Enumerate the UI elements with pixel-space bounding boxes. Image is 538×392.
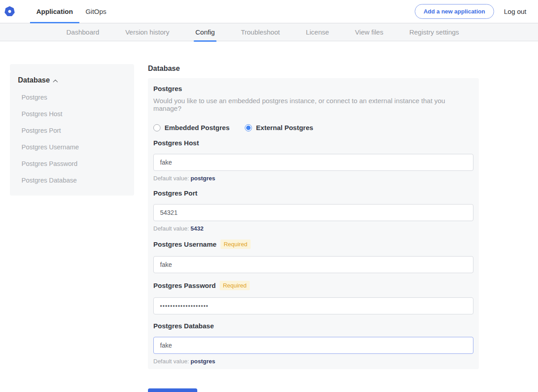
postgres-port-field: Postgres PortDefault value: 5432 <box>153 189 473 232</box>
postgres-group-label: Postgres <box>153 85 473 92</box>
postgres-port-help: Default value: 5432 <box>153 225 473 232</box>
default-value-label: Default value: <box>153 175 191 182</box>
postgres-username-label-row: Postgres UsernameRequired <box>153 240 473 249</box>
required-badge: Required <box>220 281 250 290</box>
postgres-username-input[interactable] <box>153 256 473 273</box>
sidebar-item-list: PostgresPostgres HostPostgres PortPostgr… <box>18 94 126 184</box>
app-sub-nav: DashboardVersion historyConfigTroublesho… <box>0 23 538 41</box>
sidebar-item-postgres-username[interactable]: Postgres Username <box>18 144 126 151</box>
default-value: postgres <box>191 358 215 365</box>
top-nav-right: Add a new application Log out <box>415 0 538 23</box>
tab-config[interactable]: Config <box>195 23 215 41</box>
postgres-port-label: Postgres Port <box>153 189 197 197</box>
postgres-password-label: Postgres Password <box>153 282 216 289</box>
sidebar-item-postgres-port[interactable]: Postgres Port <box>18 127 126 134</box>
top-nav-tabs: ApplicationGitOps <box>30 0 113 23</box>
tab-dashboard[interactable]: Dashboard <box>66 23 99 41</box>
tab-registry-settings[interactable]: Registry settings <box>409 23 459 41</box>
top-tab-application[interactable]: Application <box>30 0 79 23</box>
postgres-password-label-row: Postgres PasswordRequired <box>153 281 473 290</box>
postgres-database-label: Postgres Database <box>153 322 214 330</box>
radio-selected-icon[interactable] <box>245 124 252 131</box>
postgres-database-input[interactable] <box>153 337 473 354</box>
postgres-host-help: Default value: postgres <box>153 175 473 182</box>
postgres-database-field: Postgres DatabaseDefault value: postgres <box>153 322 473 365</box>
postgres-password-input[interactable] <box>153 297 473 314</box>
required-badge: Required <box>221 240 251 249</box>
top-tab-gitops[interactable]: GitOps <box>79 0 113 23</box>
default-value-label: Default value: <box>153 358 191 365</box>
config-content: Database Postgres Would you like to use … <box>148 64 479 392</box>
config-sidebar: Database PostgresPostgres HostPostgres P… <box>10 64 134 196</box>
main-area: Database PostgresPostgres HostPostgres P… <box>0 41 538 392</box>
sidebar-item-postgres[interactable]: Postgres <box>18 94 126 101</box>
postgres-host-label: Postgres Host <box>153 139 199 147</box>
radio-external-postgres[interactable]: External Postgres <box>245 124 313 131</box>
tab-version-history[interactable]: Version history <box>125 23 169 41</box>
postgres-username-label: Postgres Username <box>153 240 217 248</box>
sidebar-group-label: Database <box>18 76 50 84</box>
sidebar-item-postgres-password[interactable]: Postgres Password <box>18 160 126 167</box>
save-config-button[interactable]: Save config <box>148 388 197 392</box>
config-fields: Postgres HostDefault value: postgresPost… <box>153 139 473 365</box>
postgres-host-label-row: Postgres Host <box>153 139 473 147</box>
tab-license[interactable]: License <box>306 23 329 41</box>
postgres-group-description: Would you like to use an embedded postgr… <box>153 97 473 112</box>
postgres-database-help: Default value: postgres <box>153 358 473 365</box>
app-logo-ring-icon <box>4 6 15 17</box>
tab-troubleshoot[interactable]: Troubleshoot <box>241 23 280 41</box>
postgres-host-field: Postgres HostDefault value: postgres <box>153 139 473 182</box>
top-nav: ApplicationGitOps Add a new application … <box>0 0 538 23</box>
radio-embedded-postgres[interactable]: Embedded Postgres <box>153 124 230 131</box>
chevron-up-icon <box>53 78 58 83</box>
postgres-database-label-row: Postgres Database <box>153 322 473 330</box>
sidebar-item-postgres-database[interactable]: Postgres Database <box>18 177 126 184</box>
page-title: Database <box>148 65 479 73</box>
add-new-application-button[interactable]: Add a new application <box>415 4 494 19</box>
postgres-mode-radio-group: Embedded PostgresExternal Postgres <box>153 124 473 131</box>
default-value-label: Default value: <box>153 225 191 232</box>
database-config-panel: Postgres Would you like to use an embedd… <box>148 78 479 369</box>
postgres-username-field: Postgres UsernameRequired <box>153 240 473 273</box>
default-value: 5432 <box>191 225 204 232</box>
radio-label-external-postgres: External Postgres <box>256 124 313 131</box>
app-logo[interactable] <box>4 0 20 23</box>
postgres-port-input[interactable] <box>153 204 473 221</box>
sidebar-group-database[interactable]: Database <box>18 76 126 84</box>
default-value: postgres <box>191 175 215 182</box>
radio-unselected-icon[interactable] <box>153 124 161 131</box>
tab-view-files[interactable]: View files <box>355 23 383 41</box>
sidebar-item-postgres-host[interactable]: Postgres Host <box>18 110 126 118</box>
logout-button[interactable]: Log out <box>504 8 526 15</box>
postgres-host-input[interactable] <box>153 154 473 171</box>
radio-label-embedded-postgres: Embedded Postgres <box>165 124 230 131</box>
postgres-password-field: Postgres PasswordRequired <box>153 281 473 314</box>
postgres-port-label-row: Postgres Port <box>153 189 473 197</box>
